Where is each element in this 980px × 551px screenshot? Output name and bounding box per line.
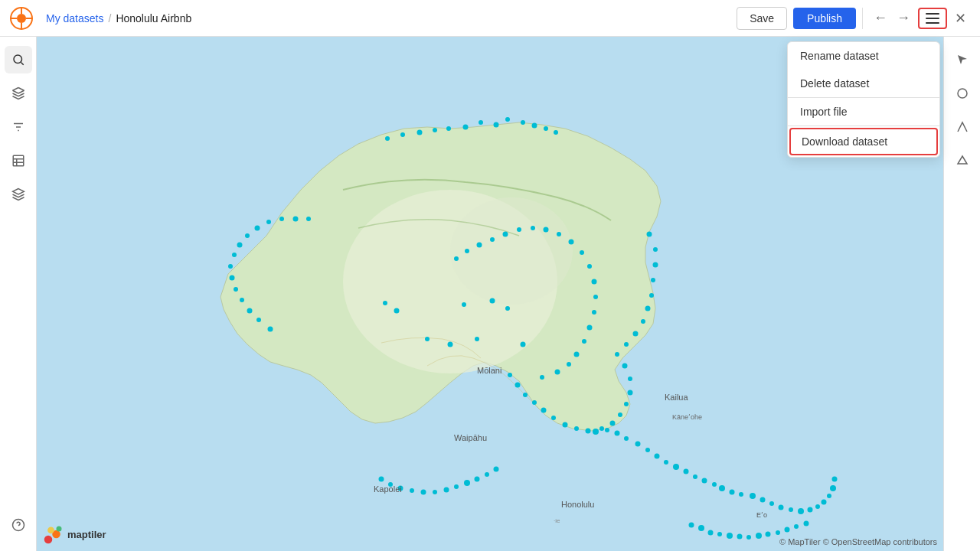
svg-line-11: [12, 88, 18, 91]
breadcrumb-link[interactable]: My datasets: [46, 12, 103, 24]
svg-point-42: [554, 130, 558, 135]
svg-point-108: [794, 524, 799, 529]
svg-line-14: [12, 90, 18, 93]
svg-point-77: [673, 464, 679, 470]
svg-point-71: [615, 431, 620, 436]
menu-delete[interactable]: Delete dataset: [788, 70, 939, 97]
sidebar-item-search[interactable]: [5, 46, 32, 73]
svg-point-116: [228, 264, 233, 269]
svg-point-115: [230, 276, 235, 281]
svg-point-49: [641, 319, 645, 324]
svg-line-13: [18, 90, 24, 93]
svg-point-157: [569, 240, 574, 245]
svg-point-101: [727, 533, 733, 539]
sidebar-item-table[interactable]: [5, 147, 32, 174]
svg-point-32: [479, 120, 483, 125]
tool-line[interactable]: [949, 113, 976, 141]
forward-button[interactable]: →: [892, 5, 915, 31]
svg-point-144: [505, 306, 510, 311]
svg-point-73: [635, 442, 641, 447]
svg-point-111: [256, 318, 261, 322]
close-button[interactable]: ✕: [950, 5, 971, 31]
svg-point-34: [446, 126, 451, 131]
maptiler-label: maptiler: [67, 529, 106, 540]
svg-point-61: [574, 426, 579, 431]
tool-polygon[interactable]: [949, 147, 976, 174]
svg-point-159: [544, 227, 549, 233]
svg-point-37: [400, 132, 405, 137]
svg-point-57: [618, 412, 622, 417]
svg-point-161: [517, 227, 521, 232]
maptiler-logo: maptiler: [43, 523, 106, 545]
menu-button[interactable]: [918, 8, 947, 29]
svg-text:·ie: ·ie: [554, 517, 560, 524]
svg-point-135: [485, 472, 489, 477]
svg-point-156: [580, 250, 584, 255]
svg-point-162: [503, 232, 508, 237]
svg-point-87: [769, 501, 774, 506]
svg-point-104: [756, 533, 762, 539]
svg-point-146: [540, 375, 544, 380]
svg-point-54: [628, 377, 632, 381]
map-attribution: © MapTiler © OpenStreetMap contributors: [779, 537, 937, 546]
svg-point-75: [655, 454, 660, 459]
svg-point-118: [237, 243, 243, 248]
svg-point-164: [477, 243, 482, 248]
app-logo: [9, 6, 34, 31]
svg-point-140: [448, 342, 453, 347]
toolbar-divider: [862, 8, 863, 29]
svg-point-9: [14, 55, 22, 64]
svg-point-99: [708, 530, 714, 536]
svg-point-121: [266, 220, 271, 224]
svg-point-134: [475, 477, 480, 482]
back-button[interactable]: ←: [869, 5, 892, 31]
svg-line-12: [18, 88, 24, 91]
tool-circle[interactable]: [949, 80, 976, 107]
svg-point-80: [702, 478, 707, 484]
svg-point-136: [494, 467, 499, 472]
save-button[interactable]: Save: [737, 7, 787, 30]
svg-point-152: [592, 310, 596, 315]
svg-point-149: [574, 352, 580, 357]
svg-marker-22: [12, 189, 24, 195]
sidebar-item-layers[interactable]: [5, 80, 32, 107]
publish-button[interactable]: Publish: [793, 8, 856, 29]
svg-point-62: [563, 422, 568, 428]
sidebar-item-stack[interactable]: [5, 181, 32, 208]
svg-marker-26: [958, 156, 967, 164]
svg-point-60: [586, 429, 591, 434]
svg-point-94: [827, 494, 831, 498]
svg-point-147: [555, 370, 560, 375]
svg-rect-6: [926, 13, 939, 15]
svg-point-67: [515, 383, 521, 388]
svg-point-107: [785, 527, 790, 533]
svg-point-30: [494, 122, 499, 128]
svg-point-65: [532, 400, 537, 405]
svg-point-129: [421, 490, 426, 495]
sidebar-item-filter[interactable]: [5, 113, 32, 141]
svg-point-69: [593, 429, 599, 435]
svg-point-113: [240, 298, 244, 302]
menu-download[interactable]: Download dataset: [789, 128, 938, 155]
svg-point-163: [490, 237, 495, 242]
svg-point-84: [739, 492, 743, 497]
tool-pointer[interactable]: [949, 46, 976, 73]
svg-point-123: [293, 217, 299, 222]
svg-point-97: [689, 523, 694, 528]
svg-point-165: [465, 249, 469, 253]
svg-point-83: [730, 490, 735, 495]
svg-point-85: [750, 493, 756, 499]
svg-point-66: [523, 393, 528, 397]
menu-import[interactable]: Import file: [788, 98, 939, 126]
svg-point-138: [394, 308, 400, 314]
svg-point-86: [760, 497, 766, 503]
svg-point-155: [587, 264, 592, 269]
sidebar-item-help[interactable]: [5, 511, 32, 539]
svg-text:Mōlani: Mōlani: [477, 366, 501, 375]
svg-point-70: [605, 428, 609, 432]
svg-point-112: [247, 308, 253, 314]
menu-rename[interactable]: Rename dataset: [788, 42, 939, 70]
svg-point-96: [832, 477, 838, 482]
svg-point-142: [475, 337, 479, 341]
svg-point-117: [232, 253, 237, 257]
